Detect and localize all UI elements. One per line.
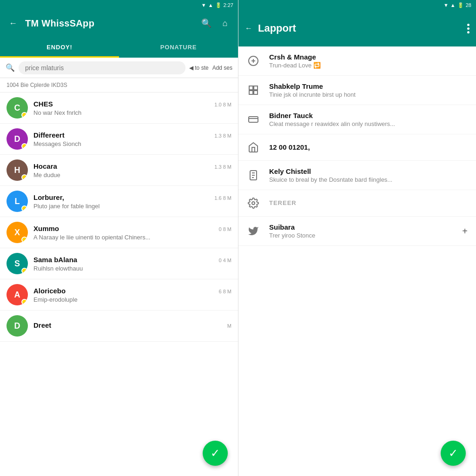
menu-item-cash[interactable]: Crsh & Mnage Trun-dead Love 🔁 <box>238 46 476 76</box>
app-title-right: Lapport <box>258 22 462 34</box>
search-input[interactable] <box>19 61 185 74</box>
status-bar-right: ▼ ▲ 🔋 28 <box>238 0 476 10</box>
chat-content-5: Xummo 0 8 M A Naraay le liie uinenti to … <box>33 225 231 241</box>
grid-icon <box>247 84 260 97</box>
tab-ponature[interactable]: PONATURE <box>119 36 238 58</box>
avatar-8: D <box>7 315 28 337</box>
chat-content-1: CHES 1.0 8 M No war Nex fnrlch <box>33 100 231 116</box>
battery-icon-right: 🔋 <box>457 2 464 8</box>
right-panel: ▼ ▲ 🔋 28 ← Lapport <box>238 0 476 476</box>
house-icon <box>247 141 260 154</box>
chat-content-7: Aloricebo 6 8 M Emip-erodoluple <box>33 287 231 303</box>
online-dot-6 <box>21 268 27 274</box>
status-time: 2:27 <box>224 2 233 8</box>
status-time-right: 28 <box>466 2 471 8</box>
back-button-right[interactable]: ← <box>245 24 252 33</box>
app-title-left: TM WhissSApp <box>25 18 194 29</box>
avatar-1: C <box>7 97 28 119</box>
online-dot-4 <box>21 205 27 212</box>
chat-item-7[interactable]: A Aloricebo 6 8 M Emip-erodoluple <box>0 279 238 311</box>
menu-dots-button[interactable] <box>467 24 469 33</box>
menu-content-cash: Crsh & Mnage Trun-dead Love 🔁 <box>269 53 468 69</box>
chat-item-1[interactable]: C CHES 1.0 8 M No war Nex fnrlch <box>0 93 238 124</box>
home-button[interactable]: ⌂ <box>218 17 231 30</box>
app-bar-right: ← Lapport <box>238 10 476 46</box>
svg-point-13 <box>252 202 255 205</box>
svg-rect-4 <box>254 86 258 90</box>
svg-rect-7 <box>249 117 258 122</box>
menu-item-suibara[interactable]: Suibara Trer yiroo Stonce + <box>238 217 476 246</box>
avatar-3: H <box>7 159 28 181</box>
chat-content-3: Hocara 1.3 8 M Me dudue <box>33 162 231 178</box>
chat-item-3[interactable]: H Hocara 1.3 8 M Me dudue <box>0 155 238 186</box>
left-panel: ▼ ▲ 🔋 2:27 ← TM WhissSApp 🔍 ⌂ ENDOY! PON… <box>0 0 238 476</box>
chat-item-5[interactable]: X Xummo 0 8 M A Naraay le liie uinenti t… <box>0 217 238 248</box>
search-bar: 🔍 ◀ to ste Add ses <box>0 58 238 78</box>
twitter-icon <box>247 225 260 238</box>
menu-item-bidner[interactable]: Bidner Tauck Cleat message r reawidex al… <box>238 105 476 134</box>
gear-icon <box>247 197 260 210</box>
wifi-icon-right: ▼ <box>443 2 449 8</box>
wifi-icon: ▼ <box>201 2 206 8</box>
avatar-4: L <box>7 191 28 212</box>
chat-item-4[interactable]: L Lorburer, 1.6 8 M Pluto jane for fable… <box>0 186 238 217</box>
svg-rect-5 <box>249 91 253 94</box>
clipboard-icon <box>247 169 260 182</box>
search-action-add[interactable]: Add ses <box>212 65 232 71</box>
chat-content-8: Dreet M <box>33 321 231 331</box>
menu-list: Crsh & Mnage Trun-dead Love 🔁 Shabkelp T… <box>238 46 476 476</box>
ticket-icon <box>247 113 260 126</box>
svg-rect-6 <box>254 91 258 94</box>
avatar-6: S <box>7 253 28 274</box>
menu-item-tereer[interactable]: TEREER <box>238 190 476 217</box>
signal-icon: ▲ <box>208 2 213 8</box>
status-bar-left: ▼ ▲ 🔋 2:27 <box>0 0 238 10</box>
tabs-bar: ENDOY! PONATURE <box>0 36 238 58</box>
chat-content-2: Differeert 1.3 8 M Messages Sionch <box>33 131 231 147</box>
chat-item-6[interactable]: S Sama bAlana 0 4 M Ruihlsn elowthauu <box>0 248 238 279</box>
plus-circle-icon <box>247 54 260 67</box>
menu-content-suibara: Suibara Trer yiroo Stonce <box>269 223 453 239</box>
search-icon: 🔍 <box>6 63 15 72</box>
svg-rect-3 <box>249 86 253 90</box>
avatar-5: X <box>7 222 28 243</box>
menu-item-shabkelp[interactable]: Shabkelp Trume Tinie jsk ol incrunte bir… <box>238 76 476 105</box>
fab-left[interactable]: ✓ <box>203 441 228 466</box>
contacts-header: 1004 Bie Cplerde IKD3S <box>0 78 238 93</box>
search-button[interactable]: 🔍 <box>200 17 213 30</box>
menu-content-bidner: Bidner Tauck Cleat message r reawidex al… <box>269 112 468 127</box>
chat-item-2[interactable]: D Differeert 1.3 8 M Messages Sionch <box>0 124 238 155</box>
online-dot-3 <box>21 174 27 180</box>
tab-endoy[interactable]: ENDOY! <box>0 36 119 58</box>
fab-right[interactable]: ✓ <box>441 441 466 466</box>
avatar-7: A <box>7 284 28 305</box>
back-button-left[interactable]: ← <box>7 17 20 30</box>
chat-content-4: Lorburer, 1.6 8 M Pluto jane for fable l… <box>33 193 231 210</box>
online-dot-1 <box>21 112 27 118</box>
online-dot-7 <box>21 299 27 305</box>
search-action-back[interactable]: ◀ to ste <box>189 65 209 71</box>
chat-item-8[interactable]: D Dreet M <box>0 311 238 342</box>
app-bar-left: ← TM WhissSApp 🔍 ⌂ <box>0 10 238 36</box>
menu-content-address: 12 00 01201, <box>269 143 468 152</box>
menu-content-tereer: TEREER <box>269 199 468 207</box>
avatar-2: D <box>7 128 28 150</box>
suibara-action-button[interactable]: + <box>462 226 468 237</box>
battery-icon: 🔋 <box>215 2 222 8</box>
online-dot-2 <box>21 143 27 149</box>
menu-item-kely[interactable]: Kely Chistell Skuice to breal by the Dos… <box>238 161 476 190</box>
online-dot-5 <box>21 237 27 243</box>
chat-list: C CHES 1.0 8 M No war Nex fnrlch D <box>0 93 238 476</box>
menu-content-shabkelp: Shabkelp Trume Tinie jsk ol incrunte bir… <box>269 82 468 98</box>
menu-item-address[interactable]: 12 00 01201, <box>238 134 476 161</box>
chat-content-6: Sama bAlana 0 4 M Ruihlsn elowthauu <box>33 256 231 272</box>
signal-icon-right: ▲ <box>450 2 456 8</box>
menu-content-kely: Kely Chistell Skuice to breal by the Dos… <box>269 167 468 183</box>
